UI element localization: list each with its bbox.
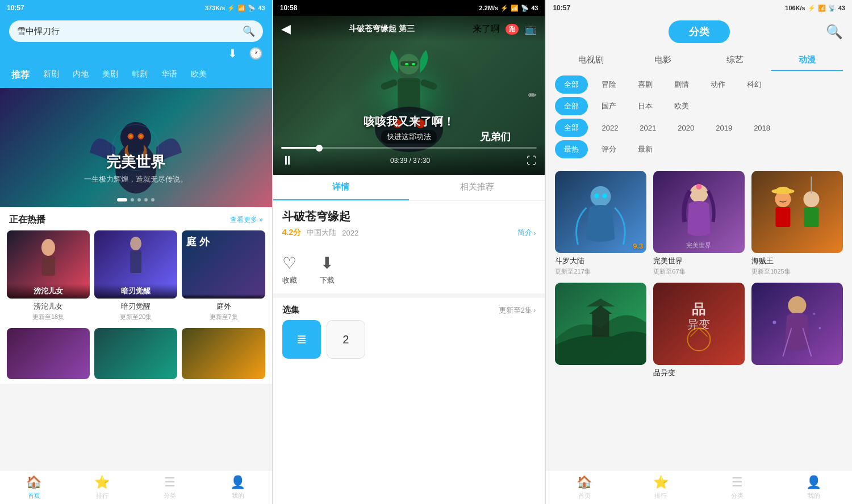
nav-tab-mainland[interactable]: 内地: [66, 67, 95, 83]
episodes-more[interactable]: 更新至2集 ›: [499, 305, 536, 316]
status-time-player: 10:58: [280, 4, 298, 12]
search-submit-icon[interactable]: 🔍: [243, 25, 255, 37]
filter-region-all[interactable]: 全部: [555, 97, 588, 115]
cat-nav-tv[interactable]: 电视剧: [555, 50, 627, 71]
filter-type-all[interactable]: 全部: [555, 75, 588, 94]
rank-icon: ⭐: [94, 475, 110, 490]
nav-profile-cat[interactable]: 👤 我的: [775, 471, 852, 504]
anime-card-2[interactable]: 完美世界 完美世界 更新至67集: [653, 171, 745, 276]
svg-rect-41: [592, 314, 609, 337]
episode-btn-2[interactable]: 2: [327, 320, 365, 359]
filter-year-all[interactable]: 全部: [555, 119, 588, 137]
cat-nav-anime[interactable]: 动漫: [771, 50, 843, 71]
cat-nav-variety[interactable]: 综艺: [699, 50, 771, 71]
filter-year-2022[interactable]: 2022: [594, 121, 626, 135]
category-title-button[interactable]: 分类: [669, 20, 730, 43]
show-card-1[interactable]: 滂沱儿女 滂沱儿女 更新至18集: [7, 230, 90, 321]
banner-text: 完美世界 一生极力辉煌，造就无尽传说。: [0, 152, 272, 184]
svg-point-36: [776, 187, 790, 194]
nav-category-label-home: 分类: [164, 492, 176, 500]
filter-row-year: 全部 2022 2021 2020 2019 2018: [555, 119, 843, 137]
nav-category[interactable]: ☰ 分类: [136, 471, 204, 504]
banner[interactable]: 完美世界 一生极力辉煌，造就无尽传说。: [0, 88, 272, 207]
filter-type-action[interactable]: 动作: [703, 77, 733, 93]
status-bar-home: 10:57 373K/s ⚡ 📶 📡 43: [0, 0, 272, 16]
tab-recommend[interactable]: 相关推荐: [409, 175, 545, 200]
nav-tab-kr[interactable]: 韩剧: [125, 67, 154, 83]
search-icon-cat[interactable]: 🔍: [826, 24, 843, 40]
profile-icon-cat: 👤: [806, 475, 821, 490]
anime-card-5[interactable]: 品 异变 品异变: [653, 283, 745, 379]
filter-sort-hot[interactable]: 最热: [555, 140, 588, 158]
episodes-title: 选集: [282, 305, 299, 316]
filter-type-adventure[interactable]: 冒险: [594, 77, 624, 93]
video-back-button[interactable]: ◀: [281, 22, 291, 36]
section-more-hot[interactable]: 查看更多 »: [230, 215, 263, 225]
show-thumb-1: 滂沱儿女: [7, 230, 90, 299]
search-bar[interactable]: 雪中悍刀行 🔍: [9, 20, 263, 42]
show-card-5[interactable]: [94, 328, 177, 379]
edit-icon[interactable]: ✏: [528, 89, 537, 102]
nav-tab-us[interactable]: 美剧: [95, 67, 125, 83]
svg-text:完美世界: 完美世界: [687, 242, 712, 249]
anime-card-4[interactable]: [555, 283, 646, 379]
status-icons-home: 373K/s ⚡ 📶 📡 43: [205, 5, 265, 12]
progress-bar[interactable]: [281, 147, 537, 149]
filter-region-jp[interactable]: 日本: [630, 98, 661, 114]
anime-name-2: 完美世界: [653, 256, 745, 266]
anime-card-1[interactable]: 9.3 斗罗大陆 更新至217集: [555, 171, 646, 276]
filter-year-2020[interactable]: 2020: [670, 121, 702, 135]
filter-sort-new[interactable]: 最新: [630, 141, 661, 157]
cast-icon[interactable]: 📺: [524, 23, 537, 35]
filter-year-2019[interactable]: 2019: [708, 121, 740, 135]
nav-rank[interactable]: ⭐ 排行: [68, 471, 136, 504]
collect-button[interactable]: ♡ 收藏: [282, 254, 297, 285]
show-card-3[interactable]: 庭 外 庭外 更新至7集: [182, 230, 265, 321]
nav-tab-new[interactable]: 新剧: [36, 67, 66, 83]
filter-type-scifi[interactable]: 科幻: [739, 77, 770, 93]
filter-year-2021[interactable]: 2021: [632, 121, 664, 135]
nav-rank-cat[interactable]: ⭐ 排行: [623, 471, 699, 504]
nav-home[interactable]: 🏠 首页: [0, 471, 68, 504]
status-icons-cat: 106K/s ⚡ 📶 📡 43: [785, 5, 845, 12]
filter-type-comedy[interactable]: 喜剧: [630, 77, 661, 93]
filter-type-drama[interactable]: 剧情: [666, 77, 697, 93]
download-icon[interactable]: ⬇: [228, 47, 237, 60]
filter-sort-rating[interactable]: 评分: [594, 141, 624, 157]
cat-nav-movie[interactable]: 电影: [627, 50, 699, 71]
show-name-1: 滂沱儿女: [7, 301, 90, 312]
cat-header: 分类 🔍: [546, 16, 852, 43]
tab-detail[interactable]: 详情: [273, 175, 409, 200]
heart-icon: ♡: [282, 254, 296, 272]
nav-home-cat[interactable]: 🏠 首页: [546, 471, 623, 504]
play-pause-button[interactable]: ⏸: [281, 153, 294, 168]
collect-label: 收藏: [282, 275, 297, 285]
anime-thumb-5: 品 异变: [653, 283, 745, 365]
show-card-6[interactable]: [182, 328, 265, 379]
filter-row-sort: 最热 评分 最新: [555, 140, 843, 158]
nav-profile[interactable]: 👤 我的: [204, 471, 272, 504]
filter-year-2018[interactable]: 2018: [746, 121, 778, 135]
download-button[interactable]: ⬇ 下载: [320, 254, 335, 285]
show-card-4[interactable]: [7, 328, 90, 379]
show-card-2[interactable]: 暗刃觉醒 暗刃觉醒 更新至20集: [94, 230, 177, 321]
anime-card-6[interactable]: [751, 283, 843, 379]
bottom-nav-home: 🏠 首页 ⭐ 排行 ☰ 分类 👤 我的: [0, 470, 272, 504]
anime-card-3[interactable]: 海贼王 更新至1025集: [751, 171, 843, 276]
nav-tab-eu[interactable]: 欧美: [184, 67, 214, 83]
signal-icon-player: 📶: [511, 5, 519, 12]
nav-tab-recommend[interactable]: 推荐: [5, 67, 36, 83]
nav-category-cat[interactable]: ☰ 分类: [699, 471, 776, 504]
video-container[interactable]: ◀ 斗破苍穹缘起 第三 来了啊 跑 📺 咳咳我又来了啊！ 兄弟们 ✏ 快进这部功…: [273, 16, 545, 175]
progress-thumb[interactable]: [316, 145, 323, 152]
fullscreen-button[interactable]: ⛶: [527, 155, 537, 167]
wifi-icon-player: 📡: [521, 5, 529, 12]
nav-tab-hua[interactable]: 华语: [154, 67, 184, 83]
show-intro-button[interactable]: 简介 ›: [517, 228, 536, 238]
filter-region-cn[interactable]: 国产: [594, 98, 624, 114]
episode-btn-1[interactable]: ≣: [282, 320, 321, 359]
history-icon[interactable]: 🕐: [249, 47, 263, 60]
anime-name-3: 海贼王: [751, 256, 843, 266]
battery-home: 43: [258, 5, 265, 11]
filter-region-us[interactable]: 欧美: [666, 98, 697, 114]
